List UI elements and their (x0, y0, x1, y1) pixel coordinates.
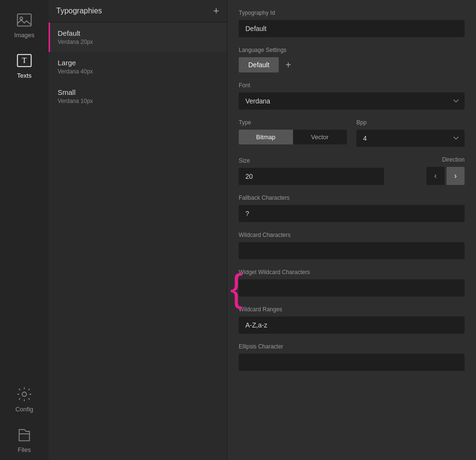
typographies-header: Typographies + (49, 0, 227, 22)
typography-id-group: Typography Id (239, 10, 465, 37)
sidebar-item-images-label: Images (14, 31, 35, 39)
typography-name-small: Small (58, 88, 219, 96)
language-settings-group: Language Settings Default + (239, 47, 465, 72)
sidebar-item-files-label: Files (18, 446, 30, 453)
language-settings-label: Language Settings (239, 47, 465, 53)
lang-tab-default[interactable]: Default (239, 57, 279, 72)
typographies-title: Typographies (56, 7, 102, 15)
widget-wildcard-outer: { Widget Wildcard Characters Wildcard Ra… (239, 269, 465, 371)
sidebar: Images T Texts Config Files (0, 0, 49, 460)
wildcard-label: Wildcard Characters (239, 232, 465, 238)
widget-wildcard-input[interactable] (239, 279, 465, 296)
bpp-column: Bpp 1 2 4 8 (356, 119, 465, 147)
files-icon (16, 426, 33, 443)
type-column: Type Bitmap Vector (239, 119, 347, 147)
direction-label: Direction (442, 156, 465, 163)
typography-name-default: Default (58, 29, 219, 37)
widget-wildcard-label: Widget Wildcard Characters (239, 269, 465, 276)
wildcard-ranges-label: Wildcard Ranges (239, 306, 465, 313)
fallback-group: Fallback Characters (239, 194, 465, 222)
vector-button[interactable]: Vector (293, 130, 347, 144)
wildcard-group: Wildcard Characters (239, 232, 465, 259)
size-direction-row: Size Direction ‹ › (239, 156, 465, 185)
direction-left-button[interactable]: ‹ (426, 167, 445, 185)
svg-point-4 (22, 392, 27, 397)
typographies-panel: Typographies + Default Verdana 20px Larg… (49, 0, 227, 460)
typography-sub-default: Verdana 20px (58, 39, 219, 45)
typography-name-large: Large (58, 59, 219, 67)
size-label: Size (239, 157, 384, 164)
direction-right-button[interactable]: › (446, 167, 465, 185)
config-icon (16, 386, 33, 403)
fallback-label: Fallback Characters (239, 194, 465, 201)
typographies-list: Default Verdana 20px Large Verdana 40px … (49, 22, 227, 460)
font-group: Font Verdana Arial Times New Roman Couri… (239, 82, 465, 110)
language-tabs: Default + (239, 57, 465, 72)
sidebar-item-texts-label: Texts (17, 72, 31, 79)
svg-point-1 (20, 17, 22, 20)
texts-icon: T (16, 52, 33, 69)
bitmap-button[interactable]: Bitmap (239, 130, 293, 144)
wildcard-ranges-group: Wildcard Ranges (239, 306, 465, 334)
typography-item-small[interactable]: Small Verdana 10px (49, 82, 227, 111)
lang-tab-add-button[interactable]: + (281, 57, 296, 72)
sidebar-item-images[interactable]: Images (0, 5, 49, 45)
sidebar-item-config-label: Config (15, 406, 33, 413)
typography-id-label: Typography Id (239, 10, 465, 16)
type-toggle: Bitmap Vector (239, 130, 347, 144)
typography-sub-large: Verdana 40px (58, 68, 219, 75)
bpp-select[interactable]: 1 2 4 8 (356, 130, 465, 147)
type-bpp-row: Type Bitmap Vector Bpp 1 2 4 8 (239, 119, 465, 147)
direction-buttons: ‹ › (426, 167, 465, 185)
add-typography-button[interactable]: + (213, 6, 219, 16)
typography-item-default[interactable]: Default Verdana 20px (49, 22, 227, 52)
size-column: Size (239, 157, 384, 185)
image-icon (16, 11, 33, 29)
bpp-label: Bpp (356, 119, 465, 126)
sidebar-item-texts[interactable]: T Texts (0, 45, 49, 86)
wildcard-ranges-input[interactable] (239, 317, 465, 334)
fallback-input[interactable] (239, 205, 465, 222)
ellipsis-label: Ellipsis Character (239, 343, 465, 350)
svg-text:T: T (22, 56, 27, 65)
font-label: Font (239, 82, 465, 89)
typography-id-input[interactable] (239, 20, 465, 37)
typography-sub-small: Verdana 10px (58, 98, 219, 104)
widget-wildcard-group: Widget Wildcard Characters (239, 269, 465, 296)
type-label: Type (239, 119, 347, 126)
sidebar-item-files[interactable]: Files (0, 419, 49, 460)
svg-rect-0 (18, 14, 31, 26)
sidebar-item-config[interactable]: Config (0, 379, 49, 419)
wildcard-input[interactable] (239, 242, 465, 259)
ellipsis-input[interactable] (239, 354, 465, 371)
ellipsis-group: Ellipsis Character (239, 343, 465, 371)
direction-column: Direction ‹ › (392, 156, 465, 185)
typography-item-large[interactable]: Large Verdana 40px (49, 52, 227, 82)
detail-panel: Typography Id Language Settings Default … (227, 0, 476, 460)
font-select[interactable]: Verdana Arial Times New Roman Courier Ne… (239, 92, 465, 110)
size-input[interactable] (239, 168, 384, 185)
